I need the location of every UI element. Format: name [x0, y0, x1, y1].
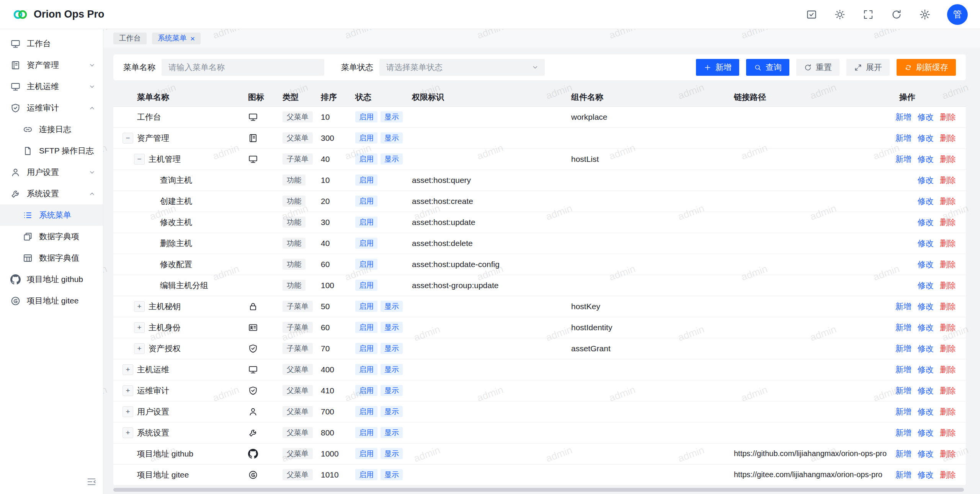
sidebar-item-host-ops[interactable]: 主机运维: [0, 76, 103, 97]
panel-check-button[interactable]: [805, 8, 818, 21]
expand-row-button[interactable]: +: [134, 343, 145, 354]
row-action-edit[interactable]: 修改: [918, 154, 934, 165]
sidebar-collapse-button[interactable]: [86, 476, 98, 488]
type-tag: 功能: [283, 280, 305, 291]
refresh-cache-button[interactable]: 刷新缓存: [897, 59, 956, 76]
row-action-edit[interactable]: 修改: [918, 364, 934, 375]
row-action-edit[interactable]: 修改: [918, 175, 934, 186]
row-action-delete[interactable]: 删除: [940, 406, 956, 417]
sidebar-item-connect-log[interactable]: 连接日志: [0, 119, 103, 140]
sidebar-item-ops-audit[interactable]: 运维审计: [0, 97, 103, 119]
reset-button[interactable]: 重置: [796, 59, 840, 76]
row-action-edit[interactable]: 修改: [918, 427, 934, 438]
link-path-value: [729, 191, 895, 212]
row-action-delete[interactable]: 删除: [940, 322, 956, 333]
row-action-delete[interactable]: 删除: [940, 112, 956, 122]
link-path-value: [729, 317, 895, 338]
row-action-delete[interactable]: 删除: [940, 238, 956, 249]
row-action-add[interactable]: 新增: [895, 322, 911, 333]
sidebar-item-label: 项目地址 github: [27, 274, 83, 285]
permission-value: asset:host:update-config: [407, 254, 567, 275]
row-action-delete[interactable]: 删除: [940, 301, 956, 312]
row-action-add[interactable]: 新增: [895, 133, 911, 143]
fullscreen-button[interactable]: [862, 8, 874, 21]
row-action-delete[interactable]: 删除: [940, 217, 956, 228]
sidebar-item-dict-key[interactable]: 数据字典项: [0, 226, 103, 247]
sidebar-item-system-menu[interactable]: 系统菜单: [0, 204, 103, 226]
sidebar-item-sftp-log[interactable]: SFTP 操作日志: [0, 140, 103, 161]
gear-button[interactable]: [919, 8, 931, 21]
row-action-delete[interactable]: 删除: [940, 196, 956, 207]
tab-close-icon[interactable]: ×: [190, 34, 195, 42]
tool-icon: [10, 189, 21, 199]
row-action-add[interactable]: 新增: [895, 406, 911, 417]
row-action-edit[interactable]: 修改: [918, 301, 934, 312]
status-badge-enabled: 启用: [355, 406, 377, 417]
row-action-add[interactable]: 新增: [895, 364, 911, 375]
expand-button[interactable]: 展开: [846, 59, 890, 76]
collapse-row-button[interactable]: −: [134, 154, 145, 165]
row-action-delete[interactable]: 删除: [940, 175, 956, 186]
row-action-add[interactable]: 新增: [895, 343, 911, 354]
sidebar-item-github[interactable]: 项目地址 github: [0, 269, 103, 290]
row-action-add[interactable]: 新增: [895, 427, 911, 438]
expand-row-button[interactable]: +: [134, 322, 145, 333]
row-action-delete[interactable]: 删除: [940, 427, 956, 438]
row-action-edit[interactable]: 修改: [918, 470, 934, 480]
menu-status-select[interactable]: 请选择菜单状态: [379, 59, 545, 76]
tab-1[interactable]: 系统菜单×: [152, 33, 201, 44]
refresh-button[interactable]: [890, 8, 903, 21]
row-action-edit[interactable]: 修改: [918, 406, 934, 417]
expand-row-button[interactable]: +: [122, 427, 133, 438]
collapse-row-button[interactable]: −: [122, 133, 133, 143]
expand-row-button[interactable]: +: [122, 406, 133, 417]
user-avatar[interactable]: 管: [947, 4, 968, 25]
sidebar-item-gitee[interactable]: 项目地址 gitee: [0, 290, 103, 311]
row-action-delete[interactable]: 删除: [940, 343, 956, 354]
row-action-edit[interactable]: 修改: [918, 343, 934, 354]
add-button[interactable]: 新增: [696, 59, 739, 76]
row-action-edit[interactable]: 修改: [918, 385, 934, 396]
button-label: 重置: [816, 62, 832, 73]
horizontal-scrollbar[interactable]: [113, 488, 964, 492]
row-action-delete[interactable]: 删除: [940, 364, 956, 375]
expand-row-button[interactable]: +: [134, 301, 145, 312]
menu-name-input[interactable]: [162, 59, 324, 76]
row-action-edit[interactable]: 修改: [918, 280, 934, 291]
sidebar-item-workbench[interactable]: 工作台: [0, 33, 103, 54]
row-action-delete[interactable]: 删除: [940, 133, 956, 143]
row-action-edit[interactable]: 修改: [918, 133, 934, 143]
row-action-add[interactable]: 新增: [895, 448, 911, 459]
row-action-edit[interactable]: 修改: [918, 217, 934, 228]
sun-button[interactable]: [834, 8, 846, 21]
row-action-add[interactable]: 新增: [895, 301, 911, 312]
row-action-delete[interactable]: 删除: [940, 470, 956, 480]
row-action-add[interactable]: 新增: [895, 470, 911, 480]
book-icon: [10, 60, 21, 70]
row-action-delete[interactable]: 删除: [940, 448, 956, 459]
row-action-add[interactable]: 新增: [895, 112, 911, 122]
component-value: [567, 212, 729, 233]
sidebar-item-user-settings[interactable]: 用户设置: [0, 161, 103, 183]
row-action-edit[interactable]: 修改: [918, 259, 934, 270]
row-action-edit[interactable]: 修改: [918, 112, 934, 122]
row-action-edit[interactable]: 修改: [918, 322, 934, 333]
row-action-edit[interactable]: 修改: [918, 448, 934, 459]
row-action-edit[interactable]: 修改: [918, 196, 934, 207]
row-action-delete[interactable]: 删除: [940, 385, 956, 396]
row-action-add[interactable]: 新增: [895, 385, 911, 396]
expand-row-button[interactable]: +: [122, 385, 133, 396]
row-action-add[interactable]: 新增: [895, 154, 911, 165]
row-action-edit[interactable]: 修改: [918, 238, 934, 249]
sidebar-item-system-settings[interactable]: 系统设置: [0, 183, 103, 204]
sidebar-item-asset[interactable]: 资产管理: [0, 54, 103, 76]
expand-row-button[interactable]: +: [122, 364, 133, 375]
chevron-down-icon: [88, 61, 96, 69]
search-button[interactable]: 查询: [746, 59, 789, 76]
row-action-delete[interactable]: 删除: [940, 154, 956, 165]
logo-icon: [12, 7, 28, 23]
sidebar-item-dict-value[interactable]: 数据字典值: [0, 247, 103, 269]
tab-0[interactable]: 工作台: [113, 33, 147, 44]
row-action-delete[interactable]: 删除: [940, 280, 956, 291]
row-action-delete[interactable]: 删除: [940, 259, 956, 270]
